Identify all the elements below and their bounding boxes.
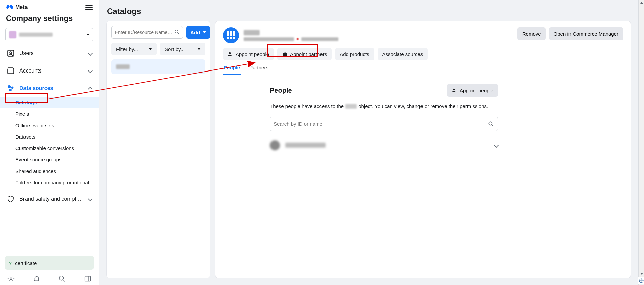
svg-rect-0 xyxy=(8,50,14,56)
open-commerce-button[interactable]: Open in Commerce Manager xyxy=(549,27,623,40)
svg-rect-8 xyxy=(85,276,91,281)
data-sources-subnav: Catalogs Pixels Offline event sets Datas… xyxy=(0,97,99,190)
people-heading: People xyxy=(270,87,292,94)
subnav-folders[interactable]: Folders for company promotional … xyxy=(0,177,99,188)
chevron-down-icon xyxy=(86,34,90,36)
chevron-down-icon xyxy=(88,51,93,55)
svg-point-3 xyxy=(8,85,11,88)
people-description: These people have access to the object. … xyxy=(270,103,498,110)
scrollbar[interactable] xyxy=(638,0,644,285)
certificate-label: certificate xyxy=(15,260,37,266)
chevron-down-icon xyxy=(197,48,201,50)
main-area: Catalogs Add Filter by... So xyxy=(99,0,638,285)
resource-search[interactable] xyxy=(111,26,183,39)
certificate-banner[interactable]: ? certificate xyxy=(5,256,94,270)
remove-button[interactable]: Remove xyxy=(517,27,546,40)
chevron-down-icon xyxy=(203,31,206,33)
accounts-icon xyxy=(7,67,15,75)
account-selector[interactable] xyxy=(5,28,93,41)
subnav-catalogs[interactable]: Catalogs xyxy=(0,97,99,108)
svg-rect-11 xyxy=(283,53,287,56)
detail-tabs: People Partners xyxy=(223,65,623,75)
person-row[interactable] xyxy=(270,140,498,150)
subnav-datasets[interactable]: Datasets xyxy=(0,131,99,143)
svg-point-9 xyxy=(175,30,178,33)
svg-rect-2 xyxy=(8,69,14,74)
catalog-name-redacted xyxy=(116,64,130,69)
subnav-event-source-groups[interactable]: Event source groups xyxy=(0,154,99,165)
question-icon: ? xyxy=(9,260,12,266)
tab-partners[interactable]: Partners xyxy=(249,65,269,75)
action-label: Appoint people xyxy=(460,88,493,93)
person-name-redacted xyxy=(285,143,326,148)
sort-label: Sort by... xyxy=(165,46,185,52)
sidebar-item-data-sources[interactable]: Data sources xyxy=(0,80,99,97)
svg-point-10 xyxy=(229,52,231,54)
gear-icon[interactable] xyxy=(7,275,15,282)
scroll-down-icon[interactable] xyxy=(639,271,644,277)
people-search[interactable] xyxy=(270,117,498,131)
person-add-icon xyxy=(452,88,457,93)
svg-point-4 xyxy=(11,87,13,89)
page-title: Company settings xyxy=(0,13,99,27)
filter-dropdown[interactable]: Filter by... xyxy=(111,43,157,55)
appoint-people-button[interactable]: Appoint people xyxy=(223,48,274,60)
account-avatar xyxy=(9,31,16,38)
svg-point-6 xyxy=(10,278,12,280)
sidebar-bottom-row xyxy=(0,272,99,283)
action-label: Associate sources xyxy=(382,51,423,57)
chevron-up-icon xyxy=(88,86,93,91)
catalog-header-text xyxy=(244,30,338,41)
shield-icon xyxy=(7,195,15,203)
search-icon xyxy=(174,29,180,36)
subnav-offline-event-sets[interactable]: Offline event sets xyxy=(0,120,99,131)
svg-point-5 xyxy=(9,89,12,91)
tab-people[interactable]: People xyxy=(223,65,241,75)
catalog-name-redacted xyxy=(244,30,260,35)
sidebar-item-users[interactable]: Users xyxy=(0,45,99,62)
sidebar: Meta Company settings Users Accounts Dat… xyxy=(0,0,99,285)
sidebar-item-brand-safety[interactable]: Brand safety and compl… xyxy=(0,190,99,208)
associate-sources-button[interactable]: Associate sources xyxy=(378,48,428,60)
people-section: People Appoint people These people have … xyxy=(223,75,498,150)
catalog-icon xyxy=(223,27,239,43)
people-search-input[interactable] xyxy=(274,121,488,127)
add-products-button[interactable]: Add products xyxy=(335,48,374,60)
subnav-pixels[interactable]: Pixels xyxy=(0,108,99,120)
subnav-shared-audiences[interactable]: Shared audiences xyxy=(0,165,99,177)
svg-point-1 xyxy=(10,52,12,54)
svg-point-13 xyxy=(489,122,492,125)
sidebar-label: Data sources xyxy=(19,85,53,91)
brand-name: Meta xyxy=(15,4,28,10)
scroll-up-icon[interactable] xyxy=(639,0,644,6)
resource-search-input[interactable] xyxy=(115,30,174,35)
briefcase-icon xyxy=(282,51,287,57)
chevron-down-icon xyxy=(88,196,93,201)
filter-label: Filter by... xyxy=(116,46,138,52)
action-label: Appoint partners xyxy=(290,51,327,57)
person-add-icon xyxy=(228,51,233,57)
subnav-custom-conversions[interactable]: Customizable conversions xyxy=(0,143,99,154)
object-name-redacted xyxy=(345,104,357,109)
sidebar-label: Accounts xyxy=(19,68,42,74)
appoint-partners-button[interactable]: Appoint partners xyxy=(277,48,332,60)
data-sources-icon xyxy=(7,84,15,92)
sidebar-item-accounts[interactable]: Accounts xyxy=(0,62,99,80)
person-avatar-redacted xyxy=(270,140,280,150)
menu-toggle-icon[interactable] xyxy=(85,3,93,11)
svg-point-7 xyxy=(59,276,64,280)
sidebar-label: Brand safety and compl… xyxy=(19,196,81,202)
catalog-detail-panel: Remove Open in Commerce Manager Appoint … xyxy=(215,21,631,278)
panel-toggle-icon[interactable] xyxy=(84,275,91,282)
add-button[interactable]: Add xyxy=(186,26,210,39)
catalog-list-item[interactable] xyxy=(111,59,205,74)
account-name-redacted xyxy=(19,33,53,37)
svg-point-12 xyxy=(453,89,455,90)
sidebar-label: Users xyxy=(19,50,34,56)
globe-icon[interactable] xyxy=(638,277,644,284)
sort-dropdown[interactable]: Sort by... xyxy=(160,43,205,55)
search-icon[interactable] xyxy=(58,275,66,282)
appoint-people-button-secondary[interactable]: Appoint people xyxy=(447,84,498,97)
bell-icon[interactable] xyxy=(33,275,40,282)
meta-logo[interactable]: Meta xyxy=(6,4,28,11)
